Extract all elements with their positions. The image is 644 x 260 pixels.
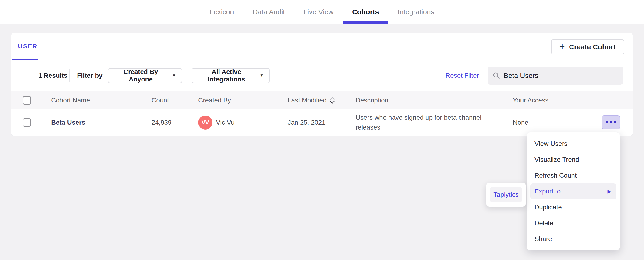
create-cohort-label: Create Cohort <box>569 43 616 51</box>
top-nav: Lexicon Data Audit Live View Cohorts Int… <box>0 0 644 24</box>
header-created-by[interactable]: Created By <box>198 92 231 109</box>
select-all-checkbox[interactable] <box>23 96 31 104</box>
cohorts-page: Lexicon Data Audit Live View Cohorts Int… <box>0 0 644 260</box>
active-tab-underline <box>343 21 388 24</box>
cohort-count: 24,939 <box>152 109 172 136</box>
tab-user-label: USER <box>18 43 38 50</box>
export-submenu: Taplytics <box>486 183 526 206</box>
search-box <box>488 66 623 85</box>
caret-down-icon: ▼ <box>260 73 264 78</box>
more-options-icon <box>610 121 612 124</box>
plus-icon: + <box>560 42 565 51</box>
integrations-dropdown-value: All Active Integrations <box>198 68 255 83</box>
nav-tab-live-view[interactable]: Live View <box>294 0 343 24</box>
nav-tab-cohorts-label: Cohorts <box>352 8 379 16</box>
header-description[interactable]: Description <box>356 92 388 109</box>
nav-tab-integrations[interactable]: Integrations <box>388 0 444 24</box>
card-tab-bar: USER + Create Cohort <box>12 33 632 60</box>
more-options-button[interactable] <box>602 115 620 129</box>
menu-item-delete[interactable]: Delete <box>530 215 616 231</box>
menu-item-export-to-label: Export to... <box>534 188 566 195</box>
created-by-dropdown-value: Created By Anyone <box>114 68 168 83</box>
avatar: VV <box>198 116 212 130</box>
created-by-cell: VV Vic Vu <box>198 109 234 136</box>
header-last-modified[interactable]: Last Modified <box>288 92 335 109</box>
create-cohort-button[interactable]: + Create Cohort <box>551 40 624 54</box>
header-your-access[interactable]: Your Access <box>513 92 548 109</box>
creator-name: Vic Vu <box>216 119 234 126</box>
menu-item-view-users[interactable]: View Users <box>530 136 616 152</box>
header-count[interactable]: Count <box>152 92 169 109</box>
cohort-description: Users who have signed up for beta channe… <box>356 113 494 132</box>
created-by-dropdown[interactable]: Created By Anyone ▼ <box>108 68 182 83</box>
nav-tab-data-audit[interactable]: Data Audit <box>243 0 294 24</box>
divider <box>69 69 70 82</box>
results-count: 1 Results <box>38 72 68 79</box>
nav-tab-cohorts[interactable]: Cohorts <box>343 0 388 24</box>
last-modified-cell: Jan 25, 2021 <box>288 109 326 136</box>
table-header-row: Cohort Name Count Created By Last Modifi… <box>12 91 632 109</box>
tab-user[interactable]: USER <box>12 33 44 60</box>
menu-item-refresh-count[interactable]: Refresh Count <box>530 168 616 184</box>
cohort-name-link[interactable]: Beta Users <box>51 119 85 126</box>
submenu-item-taplytics[interactable]: Taplytics <box>490 187 522 202</box>
row-checkbox[interactable] <box>23 118 31 127</box>
menu-item-share[interactable]: Share <box>530 231 616 247</box>
cohorts-card: USER + Create Cohort 1 Results Filter by… <box>11 33 633 136</box>
search-icon <box>493 72 500 80</box>
filter-bar: 1 Results Filter by Created By Anyone ▼ … <box>12 60 632 91</box>
menu-item-duplicate[interactable]: Duplicate <box>530 199 616 215</box>
nav-tab-lexicon[interactable]: Lexicon <box>200 0 243 24</box>
sort-icon[interactable] <box>330 96 335 104</box>
your-access-cell: None <box>513 109 528 136</box>
search-input[interactable] <box>504 72 618 80</box>
more-options-icon <box>606 121 608 124</box>
integrations-dropdown[interactable]: All Active Integrations ▼ <box>192 68 270 83</box>
menu-item-export-to[interactable]: Export to... ▶ <box>530 184 616 199</box>
header-cohort-name[interactable]: Cohort Name <box>51 92 90 109</box>
menu-item-visualize-trend[interactable]: Visualize Trend <box>530 152 616 168</box>
more-options-icon <box>614 121 616 124</box>
submenu-arrow-icon: ▶ <box>608 188 611 194</box>
table-row[interactable]: Beta Users 24,939 VV Vic Vu Jan 25, 2021… <box>12 109 632 136</box>
header-last-modified-label: Last Modified <box>288 96 327 104</box>
row-context-menu: View Users Visualize Trend Refresh Count… <box>526 132 620 250</box>
filter-by-label: Filter by <box>77 72 102 79</box>
caret-down-icon: ▼ <box>172 73 176 78</box>
reset-filter-link[interactable]: Reset Filter <box>446 72 479 79</box>
